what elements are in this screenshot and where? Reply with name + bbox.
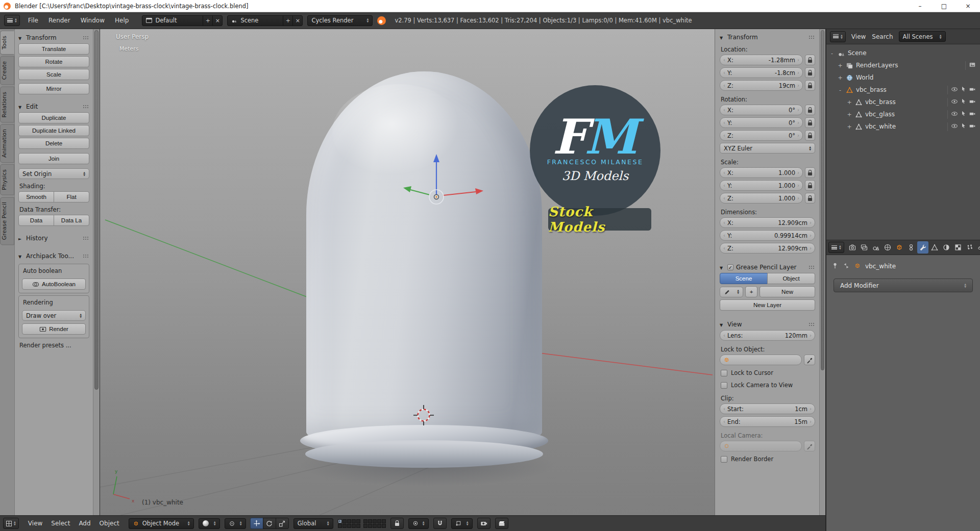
tab-physics[interactable] [976, 241, 980, 254]
cursor-select-icon[interactable] [960, 110, 967, 118]
layer-square[interactable] [338, 524, 342, 528]
tab-modifiers[interactable] [917, 241, 928, 254]
n-panel-scrollbar[interactable] [819, 29, 825, 515]
editor-type-button[interactable] [4, 15, 20, 26]
local-camera-picker[interactable] [720, 441, 802, 451]
eye-icon[interactable] [951, 122, 958, 131]
draw-over-menu[interactable]: Draw over [22, 310, 86, 321]
tab-constraints[interactable] [905, 241, 917, 254]
scale-y-field[interactable]: Y:1.000 [720, 180, 803, 191]
panel-drag-icon[interactable] [808, 322, 815, 327]
layer-square[interactable] [382, 519, 386, 523]
lock-location-x-button[interactable] [805, 55, 815, 65]
lens-field[interactable]: Lens:120mm [720, 330, 815, 341]
lock-scale-z-button[interactable] [805, 193, 815, 204]
outliner-search-menu[interactable]: Search [871, 33, 893, 40]
clip-start-field[interactable]: Start:1cm [720, 403, 815, 414]
duplicate-linked-button[interactable]: Duplicate Linked [18, 125, 89, 136]
camera-render-icon[interactable] [969, 98, 976, 107]
lock-to-object-picker[interactable] [720, 355, 802, 365]
mirror-button[interactable]: Mirror [18, 83, 89, 94]
location-y-field[interactable]: Y:-1.8cm [720, 67, 803, 78]
panel-drag-icon[interactable] [808, 265, 815, 270]
editor-type-button[interactable] [828, 242, 844, 253]
expander[interactable]: - [838, 87, 843, 93]
autoboolean-button[interactable]: AutoBoolean [22, 279, 86, 290]
camera-render-icon[interactable] [969, 86, 976, 94]
data-transfer-layout-button[interactable]: Data La [54, 215, 89, 226]
tab-texture[interactable] [952, 241, 964, 254]
window-menu[interactable]: Window [80, 17, 105, 24]
expander[interactable]: + [838, 62, 843, 69]
shade-flat-button[interactable]: Flat [54, 191, 89, 203]
lock-rotation-z-button[interactable] [805, 130, 815, 141]
gp-new-layer-button[interactable]: New Layer [720, 299, 815, 311]
file-menu[interactable]: File [28, 17, 39, 24]
camera-render-icon[interactable] [969, 110, 976, 119]
tab-object[interactable] [894, 241, 905, 254]
lock-location-y-button[interactable] [805, 67, 815, 78]
set-origin-menu[interactable]: Set Origin [18, 168, 89, 179]
proportional-edit-select[interactable] [408, 518, 429, 529]
rotation-mode-select[interactable]: XYZ Euler [720, 143, 815, 154]
add-menu[interactable]: Add [78, 520, 91, 527]
editor-type-button[interactable] [830, 31, 846, 42]
layer-square[interactable] [352, 524, 356, 528]
tab-particles[interactable] [964, 241, 975, 254]
tab-material[interactable] [941, 241, 952, 254]
pivot-select[interactable] [225, 518, 246, 529]
outliner-row-vbc-glass[interactable]: + vbc_glass [826, 108, 980, 120]
lock-location-z-button[interactable] [805, 80, 815, 91]
eye-icon[interactable] [951, 86, 958, 94]
tab-scene[interactable] [870, 241, 881, 254]
tool-shelf-scrollbar[interactable] [93, 29, 100, 515]
add-modifier-button[interactable]: Add Modifier [834, 279, 973, 292]
data-transfer-data-button[interactable]: Data [18, 215, 54, 226]
layer-square[interactable] [356, 519, 360, 523]
location-x-field[interactable]: X:-1.28mm [720, 55, 803, 65]
transform-panel-header[interactable]: Transform [18, 32, 89, 43]
location-z-field[interactable]: Z:19cm [720, 80, 803, 91]
panel-drag-icon[interactable] [83, 236, 89, 241]
grease-pencil-checkbox[interactable] [727, 264, 733, 270]
lock-to-cursor-checkbox[interactable] [721, 370, 727, 376]
expander[interactable]: + [847, 99, 852, 106]
lock-camera-to-view-checkbox[interactable] [721, 382, 727, 389]
panel-drag-icon[interactable] [83, 105, 89, 109]
snap-element-select[interactable] [451, 518, 473, 529]
outliner-row-renderlayers[interactable]: + RenderLayers [826, 59, 980, 71]
layer-square[interactable] [382, 524, 386, 528]
panel-drag-icon[interactable] [808, 35, 815, 40]
rotation-z-field[interactable]: Z:0° [720, 130, 803, 141]
lock-rotation-y-button[interactable] [805, 117, 815, 128]
panel-drag-icon[interactable] [83, 36, 89, 40]
tab-relations[interactable]: Relations [0, 87, 14, 123]
outliner-filter-select[interactable]: All Scenes [899, 31, 946, 42]
panel-drag-icon[interactable] [83, 254, 89, 259]
rotation-y-field[interactable]: Y:0° [720, 117, 803, 128]
dimension-z-field[interactable]: Z:12.909cm [720, 243, 815, 254]
layer-square[interactable] [338, 519, 342, 523]
image-icon[interactable] [969, 61, 976, 70]
select-menu[interactable]: Select [51, 520, 70, 527]
opengl-render-still-button[interactable] [477, 518, 491, 529]
scrollbar-thumb[interactable] [821, 30, 824, 370]
gp-scene-tab[interactable]: Scene [720, 273, 768, 284]
outliner-row-vbc-brass-child[interactable]: + vbc_brass [826, 96, 980, 108]
layer-square[interactable] [363, 524, 368, 528]
history-panel-header[interactable]: History [18, 233, 89, 244]
clip-end-field[interactable]: End:15m [720, 416, 815, 427]
expander[interactable]: + [847, 123, 852, 130]
tab-tools[interactable]: Tools [0, 31, 14, 55]
render-menu[interactable]: Render [48, 17, 71, 24]
eyedropper-button[interactable] [804, 355, 815, 365]
eyedropper-button[interactable] [804, 441, 815, 451]
layer-square[interactable] [342, 519, 347, 523]
delete-button[interactable]: Delete [18, 138, 89, 149]
gp-add-button[interactable]: + [745, 286, 757, 297]
outliner-row-vbc-white[interactable]: + vbc_white [826, 120, 980, 133]
dimension-y-field[interactable]: Y:0.99914cm [720, 230, 815, 241]
opengl-render-anim-button[interactable] [495, 518, 508, 529]
tab-create[interactable]: Create [0, 56, 14, 85]
tab-world[interactable] [882, 241, 893, 254]
